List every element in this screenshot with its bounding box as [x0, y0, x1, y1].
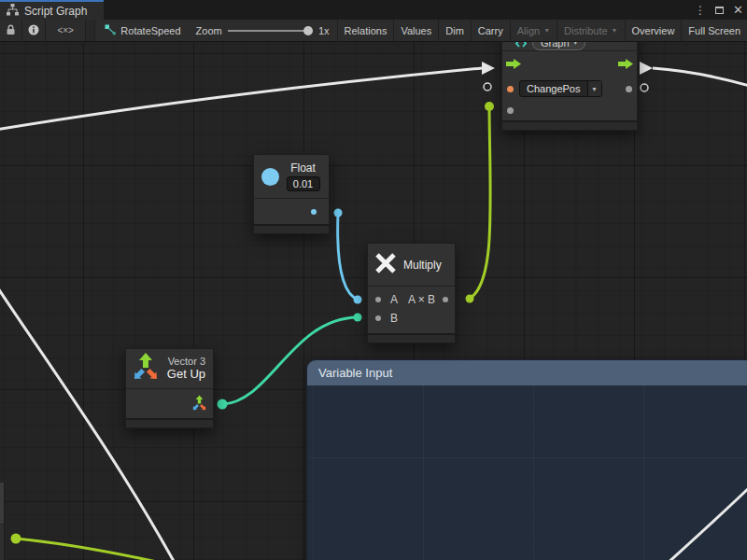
- control-in-arrow-icon: [482, 62, 495, 75]
- script-graph-window: Script Graph ⋮ ✕ <×> RotateSpeed: [0, 0, 747, 560]
- padlock-icon: [6, 24, 16, 37]
- graph-canvas[interactable]: Variable Input: [0, 42, 747, 560]
- node-graph-icon: [105, 24, 116, 37]
- chevron-down-icon[interactable]: ▼: [587, 81, 601, 96]
- code-toggle-button[interactable]: <×>: [46, 20, 86, 41]
- wire-endpoint[interactable]: [485, 102, 494, 111]
- node-footer: [126, 418, 213, 427]
- wire-control-out: [653, 68, 747, 87]
- tab-label: Script Graph: [24, 5, 87, 18]
- input-b-port[interactable]: [375, 315, 381, 321]
- control-input-port[interactable]: [506, 56, 521, 73]
- wire-endpoint[interactable]: [354, 314, 362, 322]
- zoom-label: Zoom: [196, 25, 222, 36]
- code-toggle-label: <×>: [57, 25, 74, 35]
- chevron-down-icon: ▼: [612, 27, 618, 34]
- zoom-control: Zoom 1x: [189, 20, 338, 41]
- wire-float-to-multiply-a: [338, 213, 358, 300]
- float-header: Float: [254, 155, 329, 199]
- graph-breadcrumb[interactable]: RotateSpeed: [95, 20, 188, 41]
- value-input-port[interactable]: [507, 107, 514, 114]
- float-title: Float: [290, 161, 316, 175]
- values-button[interactable]: Values: [394, 20, 439, 41]
- multiply-body: A A × B B: [368, 287, 455, 333]
- output-label: A × B: [408, 293, 435, 306]
- vector-body: [126, 389, 213, 418]
- carry-button[interactable]: Carry: [472, 20, 511, 41]
- float-value-field[interactable]: [287, 176, 320, 191]
- vector-type-label: Vector 3: [167, 356, 205, 368]
- vector-header: Vector 3 Get Up: [126, 349, 213, 389]
- graph-variable-icon: [515, 42, 527, 51]
- info-icon: [28, 24, 39, 37]
- wire-endpoint[interactable]: [466, 295, 474, 303]
- group-title: Variable Input: [318, 366, 392, 380]
- value-input-row: [502, 100, 637, 120]
- wire-endpoint[interactable]: [354, 296, 362, 304]
- vector-title: Get Up: [167, 368, 205, 382]
- graph-name-label: RotateSpeed: [120, 25, 180, 36]
- variable-name-row: ChangePos ▼: [502, 77, 637, 100]
- wire-lime-offscreen: [16, 539, 210, 560]
- tab-bar: Script Graph ⋮ ✕: [0, 0, 747, 20]
- node-footer: [254, 224, 329, 233]
- name-input-port[interactable]: [507, 86, 514, 92]
- dim-button[interactable]: Dim: [439, 20, 472, 41]
- wire-endpoint[interactable]: [334, 209, 343, 217]
- lock-button[interactable]: [0, 20, 22, 41]
- offscreen-node-edge[interactable]: [0, 483, 5, 560]
- multiply-header: Multiply: [368, 244, 455, 287]
- vector3-output-port[interactable]: [191, 395, 207, 412]
- multiply-row-b: B: [368, 309, 455, 328]
- node-float[interactable]: Float: [253, 154, 330, 234]
- tab-script-graph[interactable]: Script Graph: [0, 0, 104, 20]
- overview-button[interactable]: Overview: [626, 20, 683, 41]
- toolbar-gap: [86, 20, 95, 41]
- set-variable-header: Graph ▾: [502, 42, 637, 51]
- wire-multiply-to-setvar: [470, 110, 490, 299]
- group-body: [307, 385, 747, 560]
- float-output-port[interactable]: [311, 209, 317, 215]
- float-body: [254, 199, 329, 224]
- group-header[interactable]: Variable Input: [307, 360, 747, 385]
- close-icon[interactable]: ✕: [733, 4, 743, 16]
- window-controls: ⋮ ✕: [695, 0, 743, 20]
- group-variable-input[interactable]: Variable Input: [306, 359, 747, 560]
- float-type-icon: [261, 168, 279, 186]
- node-footer: [502, 120, 637, 130]
- hierarchy-icon: [7, 3, 19, 20]
- unconnected-port-ring: [484, 83, 491, 91]
- zoom-slider-track: [228, 30, 309, 32]
- zoom-slider[interactable]: [228, 26, 313, 35]
- input-a-port[interactable]: [375, 297, 381, 302]
- zoom-slider-handle[interactable]: [303, 26, 313, 35]
- multiply-title: Multiply: [403, 259, 442, 272]
- control-out-arrow-icon: [640, 62, 653, 75]
- maximize-icon[interactable]: [715, 7, 724, 14]
- relations-button[interactable]: Relations: [338, 20, 395, 41]
- variable-name-dropdown[interactable]: ChangePos ▼: [519, 80, 602, 97]
- multiply-row-a: A A × B: [368, 290, 455, 309]
- control-flow-row: [502, 51, 637, 77]
- node-vector3-get-up[interactable]: Vector 3 Get Up: [125, 348, 214, 428]
- wire-endpoint[interactable]: [218, 399, 228, 410]
- variable-kind-dropdown[interactable]: Graph ▾: [532, 42, 585, 50]
- info-button[interactable]: [22, 20, 46, 41]
- control-output-port[interactable]: [618, 56, 633, 73]
- unconnected-port-ring: [641, 84, 648, 91]
- menu-kebab-icon[interactable]: ⋮: [695, 5, 706, 16]
- chevron-down-icon: ▼: [543, 27, 550, 34]
- node-footer: [368, 333, 455, 343]
- node-multiply[interactable]: Multiply A A × B B: [367, 243, 456, 343]
- value-output-port[interactable]: [626, 86, 632, 92]
- zoom-value: 1x: [318, 25, 330, 36]
- align-button: Align▼: [511, 20, 557, 41]
- wire-control-in: [0, 68, 482, 131]
- wire-endpoint[interactable]: [11, 534, 21, 544]
- output-port[interactable]: [443, 297, 448, 302]
- node-set-variable[interactable]: Graph ▾ ChangePos ▼: [501, 42, 638, 131]
- multiply-x-icon: [375, 253, 396, 277]
- vector3-axes-icon: [132, 352, 160, 385]
- chevron-down-icon: ▾: [574, 42, 578, 47]
- full-screen-button[interactable]: Full Screen: [682, 20, 747, 41]
